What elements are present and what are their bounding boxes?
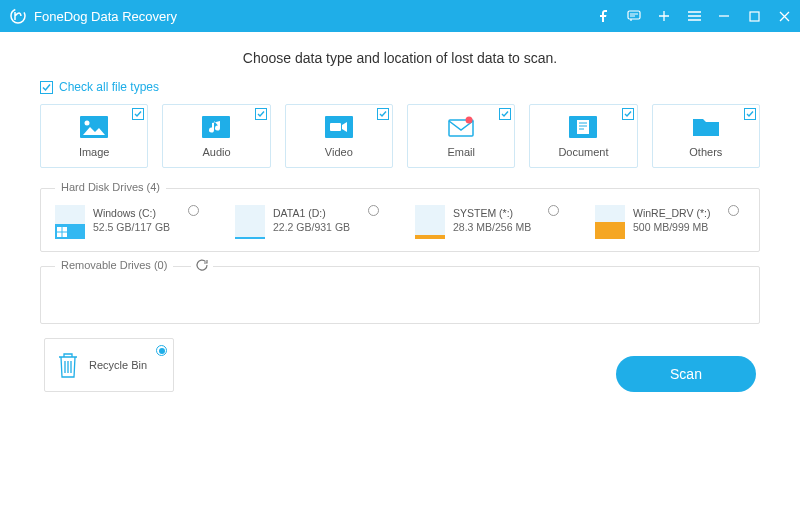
type-card-email[interactable]: Email <box>407 104 515 168</box>
type-label: Document <box>558 146 608 158</box>
drive-item[interactable]: SYSTEM (*:)28.3 MB/256 MB <box>415 205 565 239</box>
drive-radio[interactable] <box>188 205 199 216</box>
drive-size: 52.5 GB/117 GB <box>93 221 170 233</box>
svg-point-9 <box>466 117 473 124</box>
recycle-bin-card[interactable]: Recycle Bin <box>44 338 174 392</box>
removable-drives-section: Removable Drives (0) <box>40 266 760 324</box>
type-card-others[interactable]: Others <box>652 104 760 168</box>
svg-point-0 <box>11 9 25 23</box>
type-card-audio[interactable]: Audio <box>162 104 270 168</box>
recycle-bin-label: Recycle Bin <box>89 359 147 371</box>
type-label: Audio <box>202 146 230 158</box>
svg-rect-15 <box>63 233 68 238</box>
svg-rect-14 <box>57 233 62 238</box>
scan-button[interactable]: Scan <box>616 356 756 392</box>
type-card-video[interactable]: Video <box>285 104 393 168</box>
drive-size: 22.2 GB/931 GB <box>273 221 350 233</box>
drive-name: WinRE_DRV (*:) <box>633 207 710 219</box>
maximize-icon[interactable] <box>746 8 762 24</box>
drive-item[interactable]: DATA1 (D:)22.2 GB/931 GB <box>235 205 385 239</box>
svg-point-4 <box>85 121 90 126</box>
type-label: Others <box>689 146 722 158</box>
drive-item[interactable]: Windows (C:)52.5 GB/117 GB <box>55 205 205 239</box>
email-icon <box>446 114 476 140</box>
facebook-icon[interactable] <box>596 8 612 24</box>
app-logo-icon <box>8 6 28 26</box>
video-icon <box>324 114 354 140</box>
check-all-checkbox-icon <box>40 81 53 94</box>
trash-icon <box>55 350 81 380</box>
document-icon <box>568 114 598 140</box>
type-checkbox-icon <box>622 108 634 120</box>
type-label: Email <box>447 146 475 158</box>
refresh-icon[interactable] <box>191 258 213 272</box>
audio-icon <box>201 114 231 140</box>
image-icon <box>79 114 109 140</box>
app-title: FoneDog Data Recovery <box>34 9 596 24</box>
page-heading: Choose data type and location of lost da… <box>40 50 760 66</box>
others-icon <box>691 114 721 140</box>
drive-usage-icon <box>595 205 625 239</box>
add-icon[interactable] <box>656 8 672 24</box>
removable-section-title: Removable Drives (0) <box>55 259 173 271</box>
svg-rect-13 <box>63 227 68 232</box>
type-card-document[interactable]: Document <box>529 104 637 168</box>
drive-usage-icon <box>55 205 85 239</box>
recycle-bin-radio <box>156 345 167 356</box>
feedback-icon[interactable] <box>626 8 642 24</box>
type-label: Video <box>325 146 353 158</box>
type-checkbox-icon <box>132 108 144 120</box>
svg-rect-7 <box>330 123 341 131</box>
type-checkbox-icon <box>255 108 267 120</box>
drive-name: Windows (C:) <box>93 207 170 219</box>
type-checkbox-icon <box>377 108 389 120</box>
minimize-icon[interactable] <box>716 8 732 24</box>
type-label: Image <box>79 146 110 158</box>
drive-size: 28.3 MB/256 MB <box>453 221 531 233</box>
svg-rect-2 <box>750 12 759 21</box>
drive-name: SYSTEM (*:) <box>453 207 531 219</box>
type-checkbox-icon <box>744 108 756 120</box>
hard-disk-section: Hard Disk Drives (4) Windows (C:)52.5 GB… <box>40 188 760 252</box>
file-types-row: ImageAudioVideoEmailDocumentOthers <box>40 104 760 168</box>
hdd-section-title: Hard Disk Drives (4) <box>55 181 166 193</box>
drive-usage-icon <box>235 205 265 239</box>
drive-radio[interactable] <box>728 205 739 216</box>
titlebar-controls <box>596 8 792 24</box>
close-icon[interactable] <box>776 8 792 24</box>
drive-item[interactable]: WinRE_DRV (*:)500 MB/999 MB <box>595 205 745 239</box>
drive-usage-icon <box>415 205 445 239</box>
type-card-image[interactable]: Image <box>40 104 148 168</box>
drive-radio[interactable] <box>368 205 379 216</box>
drive-size: 500 MB/999 MB <box>633 221 710 233</box>
check-all-types[interactable]: Check all file types <box>40 80 760 94</box>
type-checkbox-icon <box>499 108 511 120</box>
svg-rect-12 <box>57 227 62 232</box>
check-all-label: Check all file types <box>59 80 159 94</box>
drive-name: DATA1 (D:) <box>273 207 350 219</box>
drives-row: Windows (C:)52.5 GB/117 GBDATA1 (D:)22.2… <box>55 205 745 239</box>
drive-radio[interactable] <box>548 205 559 216</box>
svg-rect-11 <box>577 120 589 134</box>
title-bar: FoneDog Data Recovery <box>0 0 800 32</box>
svg-rect-1 <box>628 11 640 19</box>
windows-logo-icon <box>57 227 67 237</box>
menu-icon[interactable] <box>686 8 702 24</box>
